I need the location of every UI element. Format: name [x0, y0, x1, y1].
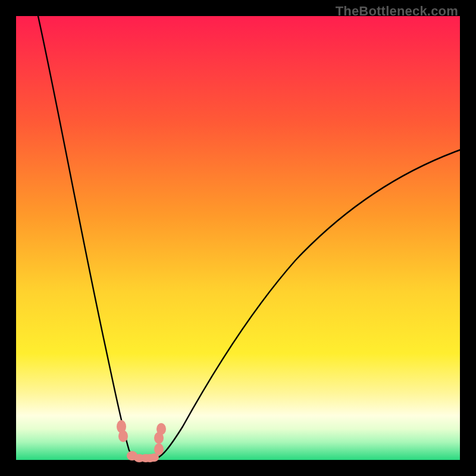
svg-point-2	[118, 430, 128, 442]
bottleneck-curve	[16, 16, 460, 460]
salmon-markers	[117, 420, 166, 462]
svg-point-8	[154, 443, 164, 455]
chart-frame	[16, 16, 460, 460]
watermark-text: TheBottleneck.com	[336, 4, 458, 19]
svg-point-10	[156, 423, 166, 435]
plot-area	[16, 16, 460, 460]
